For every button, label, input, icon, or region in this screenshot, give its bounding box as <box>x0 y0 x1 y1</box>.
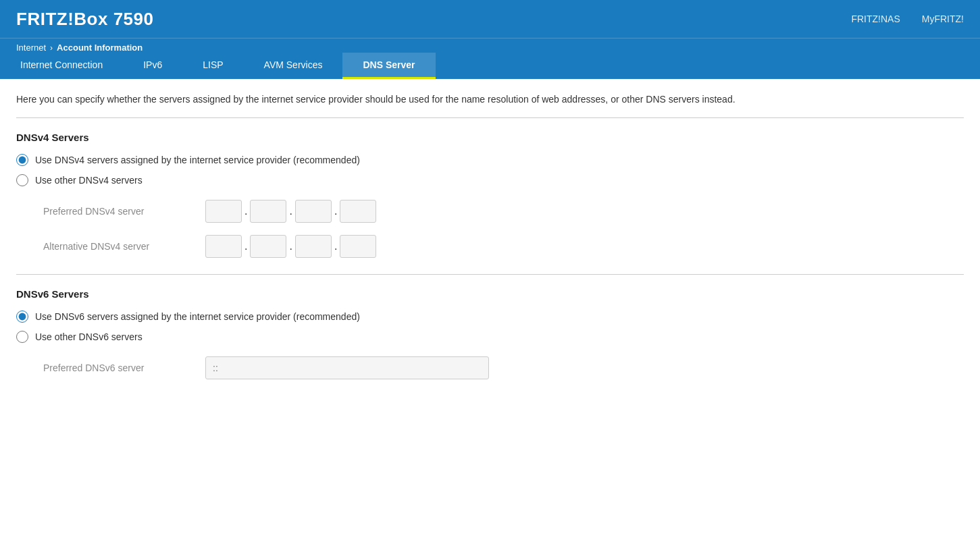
dnsv6-radio-other-label[interactable]: Use other DNSv6 servers <box>16 331 964 343</box>
tab-ipv6[interactable]: IPv6 <box>123 53 182 79</box>
preferred-dnsv4-octet1[interactable] <box>205 200 242 223</box>
header-nav: FRITZ!NAS MyFRITZ! <box>851 14 964 24</box>
dnsv6-section-title: DNSv6 Servers <box>16 288 964 300</box>
section-divider <box>16 274 964 275</box>
breadcrumb-parent[interactable]: Internet <box>16 43 46 53</box>
preferred-dnsv4-dot3: . <box>334 205 337 217</box>
alternative-dnsv4-dot1: . <box>244 240 247 252</box>
breadcrumb-separator: › <box>50 43 53 53</box>
alternative-dnsv4-octet2[interactable] <box>250 235 286 258</box>
header: FRITZ!Box 7590 FRITZ!NAS MyFRITZ! <box>0 0 980 38</box>
breadcrumb-bar: Internet › Account Information <box>0 38 980 53</box>
dnsv4-section-title: DNSv4 Servers <box>16 132 964 143</box>
dnsv6-radio-other[interactable] <box>16 331 28 343</box>
dnsv6-radio-group: Use DNSv6 servers assigned by the intern… <box>16 311 964 343</box>
alternative-dnsv4-octet3[interactable] <box>295 235 332 258</box>
tab-lisp[interactable]: LISP <box>182 53 243 79</box>
dnsv4-radio-group: Use DNSv4 servers assigned by the intern… <box>16 154 964 186</box>
alternative-dnsv4-dot3: . <box>334 240 337 252</box>
dnsv4-radio-other-label[interactable]: Use other DNSv4 servers <box>16 174 964 186</box>
dnsv6-radio-isp[interactable] <box>16 311 28 323</box>
tab-dns-server[interactable]: DNS Server <box>342 53 435 79</box>
alternative-dnsv4-label: Alternative DNSv4 server <box>43 241 205 252</box>
top-divider <box>16 117 964 118</box>
dnsv4-radio-isp-label[interactable]: Use DNSv4 servers assigned by the intern… <box>16 154 964 166</box>
tab-internet-connection[interactable]: Internet Connection <box>0 53 123 79</box>
preferred-dnsv4-row: Preferred DNSv4 server . . . <box>16 200 964 223</box>
preferred-dnsv6-input[interactable] <box>205 356 489 379</box>
app-logo: FRITZ!Box 7590 <box>16 9 154 30</box>
preferred-dnsv4-octet3[interactable] <box>295 200 332 223</box>
alternative-dnsv4-octet1[interactable] <box>205 235 242 258</box>
tab-avm-services[interactable]: AVM Services <box>244 53 343 79</box>
preferred-dnsv4-dot1: . <box>244 205 247 217</box>
dnsv4-radio-isp-text: Use DNSv4 servers assigned by the intern… <box>35 155 360 165</box>
dnsv6-radio-other-text: Use other DNSv6 servers <box>35 331 143 342</box>
preferred-dnsv6-label: Preferred DNSv6 server <box>43 362 205 373</box>
page-description: Here you can specify whether the servers… <box>16 92 964 107</box>
tabs-bar: Internet Connection IPv6 LISP AVM Servic… <box>0 53 980 79</box>
alternative-dnsv4-octet4[interactable] <box>340 235 376 258</box>
preferred-dnsv4-octet2[interactable] <box>250 200 286 223</box>
preferred-dnsv4-label: Preferred DNSv4 server <box>43 206 205 217</box>
breadcrumb-current: Account Information <box>57 43 143 53</box>
dnsv4-radio-other-text: Use other DNSv4 servers <box>35 175 143 186</box>
alternative-dnsv4-dot2: . <box>289 240 292 252</box>
preferred-dnsv4-octet4[interactable] <box>340 200 376 223</box>
alternative-dnsv4-row: Alternative DNSv4 server . . . <box>16 235 964 258</box>
alternative-dnsv4-fields: . . . <box>205 235 376 258</box>
dnsv6-radio-isp-label[interactable]: Use DNSv6 servers assigned by the intern… <box>16 311 964 323</box>
preferred-dnsv4-dot2: . <box>289 205 292 217</box>
preferred-dnsv4-fields: . . . <box>205 200 376 223</box>
dnsv4-radio-other[interactable] <box>16 174 28 186</box>
fritznas-link[interactable]: FRITZ!NAS <box>851 14 900 24</box>
preferred-dnsv6-row: Preferred DNSv6 server <box>16 356 964 379</box>
dnsv6-radio-isp-text: Use DNSv6 servers assigned by the intern… <box>35 311 360 322</box>
dnsv4-radio-isp[interactable] <box>16 154 28 166</box>
main-content: Here you can specify whether the servers… <box>0 79 980 405</box>
myfritz-link[interactable]: MyFRITZ! <box>922 14 964 24</box>
